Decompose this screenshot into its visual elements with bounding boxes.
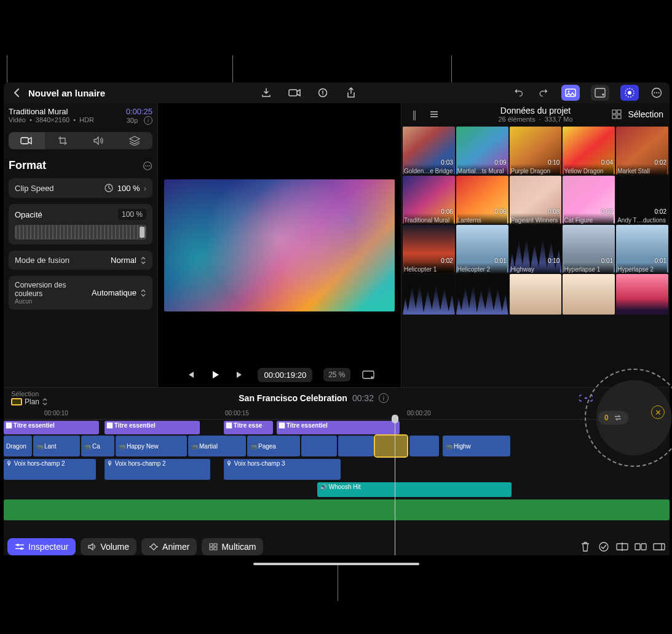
browser-clip[interactable]: 0:10Purple Dragon	[510, 127, 562, 174]
title-clip[interactable]: 🅰 Titre essentiel	[4, 421, 99, 434]
browser-clip[interactable]	[563, 274, 615, 315]
browser-clip[interactable]: 0:01Hyperlapse 2	[616, 225, 668, 273]
browser-clip[interactable]: 0:03Golden…e Bridge	[403, 127, 455, 174]
jog-close-button[interactable]: ✕	[651, 405, 665, 419]
clip-name: Golden…e Bridge	[404, 164, 454, 174]
audio-clip[interactable]: 🔊 Whoosh Hit	[317, 482, 512, 497]
browser-clip[interactable]: 0:10Highway	[510, 225, 562, 273]
tab-layers[interactable]	[117, 132, 153, 149]
row-color-conversion[interactable]: Conversion des couleurs Aucun Automatiqu…	[9, 276, 152, 310]
video-clip[interactable]: 📹 Lant	[33, 436, 80, 456]
video-clip[interactable]	[338, 436, 374, 456]
split-button[interactable]	[615, 540, 629, 554]
video-track: Dragon 📹 Lant 📹 Ca 📹 Happy New 📹 Martial…	[4, 436, 670, 458]
blend-label: Mode de fusion	[15, 256, 69, 265]
prev-frame-button[interactable]	[184, 368, 197, 382]
video-clip[interactable]: 📹 Highw	[443, 436, 510, 456]
browser-clip[interactable]: 0:02Helicopter 1	[403, 225, 455, 273]
music-clip[interactable]	[4, 499, 670, 520]
browser-clip[interactable]: 0:06Lanterns	[456, 176, 508, 224]
inspector-toggle[interactable]: Inspecteur	[7, 538, 76, 555]
title-clip[interactable]: 🅰 Titre essentiel	[277, 421, 400, 434]
row-opacity[interactable]: Opacité 100 %	[9, 204, 152, 245]
browser-selection-label[interactable]: Sélection	[628, 109, 663, 119]
display-options-icon[interactable]	[362, 368, 375, 382]
browser-clip[interactable]: 0:08Pageant Winners	[510, 176, 562, 224]
next-frame-button[interactable]	[233, 368, 247, 382]
clip-name: Market Stall	[617, 164, 667, 174]
clip-name: Helicopter 1	[404, 262, 454, 273]
browser-clip[interactable]: 0:01Helicopter 2	[456, 225, 508, 273]
trim-end-button[interactable]	[652, 540, 666, 554]
row-clip-speed[interactable]: Clip Speed 100 % ›	[9, 178, 152, 198]
grid-view-icon[interactable]	[612, 108, 622, 121]
browser-clip[interactable]: 0:02Market Stall	[616, 127, 668, 174]
row-blend-mode[interactable]: Mode de fusion Normal	[9, 251, 152, 270]
svg-point-10	[658, 92, 660, 93]
more-icon[interactable]	[650, 86, 663, 100]
timeline-ruler[interactable]: 00:00:10 00:00:15 00:00:20	[4, 409, 670, 420]
titles-button[interactable]	[591, 85, 609, 101]
video-clip[interactable]: 📹 Martial	[188, 436, 246, 456]
video-clip-selected[interactable]	[375, 436, 407, 456]
sfx-track: 🔊 Whoosh Hit	[4, 482, 670, 498]
browser-clip[interactable]: 0:01Hyperlapse 1	[563, 225, 615, 273]
clip-name: Andy T…ductions	[617, 213, 667, 224]
photos-library-button[interactable]	[561, 85, 580, 101]
title-clip[interactable]: 🅰 Titre esse	[224, 421, 273, 434]
viewer-canvas[interactable]	[164, 179, 395, 311]
voiceover-icon[interactable]	[316, 86, 330, 100]
browser-clip[interactable]: 0:02Cat Figure	[563, 176, 615, 224]
viewer-timecode[interactable]: 00:00:19:20	[258, 368, 312, 382]
filmstrip-toggle-icon[interactable]: ‖	[408, 108, 421, 121]
video-clip[interactable]: 📹 Ca	[81, 436, 114, 456]
viewer-zoom[interactable]: 25 %	[323, 368, 350, 382]
trim-start-button[interactable]	[634, 540, 647, 554]
delete-button[interactable]	[579, 540, 592, 554]
opacity-slider[interactable]	[15, 225, 146, 240]
multicam-tool[interactable]: Multicam	[202, 538, 263, 555]
title-clip[interactable]: 🅰 Titre essentiel	[105, 421, 200, 434]
volume-label: Volume	[100, 542, 129, 552]
browser-clip[interactable]: 0:02Andy T…ductions	[616, 176, 668, 224]
info-icon[interactable]: i	[144, 116, 152, 125]
video-clip[interactable]	[301, 436, 337, 456]
browser-clip[interactable]: 0:09Martial…ts Mural	[456, 127, 508, 174]
browser-clip[interactable]	[616, 274, 668, 315]
tl-plan-selector[interactable]: Plan	[11, 397, 48, 406]
redo-icon[interactable]	[537, 86, 550, 100]
section-more-icon[interactable]	[143, 161, 152, 171]
inspector-clip-meta: Vidéo • 3840×2160 • HDR	[9, 116, 94, 123]
undo-icon[interactable]	[512, 86, 526, 100]
browser-clip[interactable]	[510, 274, 562, 315]
share-icon[interactable]	[344, 86, 358, 100]
svg-point-13	[145, 165, 146, 166]
tl-selection-label: Sélection	[11, 390, 48, 397]
video-clip[interactable]: Dragon	[4, 436, 32, 456]
browser-clip[interactable]: 0:04Yellow Dragon	[563, 127, 615, 174]
animate-tool[interactable]: Animer	[141, 538, 197, 555]
browser-clip[interactable]	[456, 274, 508, 315]
voice-clip[interactable]: 🎙 Voix hors-champ 2	[105, 459, 210, 480]
play-button[interactable]	[208, 368, 222, 382]
voice-clip[interactable]: 🎙 Voix hors-champ 3	[224, 459, 341, 480]
video-clip[interactable]: 📹 Pagea	[247, 436, 300, 456]
video-clip[interactable]: 📹 Happy New	[116, 436, 187, 456]
volume-tool[interactable]: Volume	[81, 538, 136, 555]
tab-video[interactable]	[9, 132, 45, 149]
enable-button[interactable]	[597, 540, 611, 554]
tab-crop[interactable]	[45, 132, 81, 149]
browser-clip[interactable]	[403, 274, 455, 315]
tab-audio[interactable]	[81, 132, 117, 149]
project-title: Nouvel an lunaire	[28, 88, 105, 98]
browser-clip[interactable]: 0:06Traditional Mural	[403, 176, 455, 224]
import-icon[interactable]	[259, 86, 273, 100]
back-button[interactable]	[10, 86, 23, 100]
camera-icon[interactable]	[288, 86, 301, 100]
list-toggle-icon[interactable]	[427, 108, 441, 121]
effects-button[interactable]	[620, 85, 639, 101]
info-icon[interactable]: i	[379, 393, 389, 403]
voice-clip[interactable]: 🎙 Voix hors-champ 2	[4, 459, 96, 480]
video-clip[interactable]	[409, 436, 439, 456]
svg-rect-4	[595, 88, 605, 97]
